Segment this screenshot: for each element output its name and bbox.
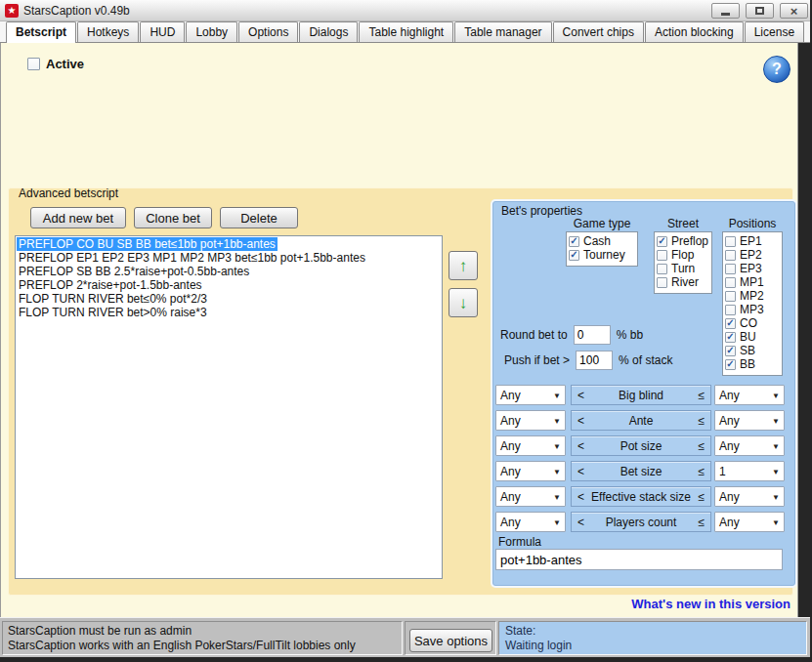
checkbox-co[interactable]: ✓CO — [725, 316, 780, 330]
ante-min-select[interactable]: Any▼ — [495, 410, 566, 431]
checkbox-river[interactable]: ✓River — [657, 275, 709, 289]
bet-list-item[interactable]: FLOP TURN RIVER bet>0% raise*3 — [17, 306, 442, 319]
checkbox-flop[interactable]: ✓Flop — [657, 248, 709, 262]
active-checkbox-box[interactable]: ✓ — [27, 58, 40, 70]
bet-list-item[interactable]: FLOP TURN RIVER bet≤0% pot*2/3 — [17, 292, 442, 306]
titlebar: ★ StarsCaption v0.49b × — [0, 0, 810, 21]
condition-row-effective-stack: Any▼ <Effective stack size≤ Any▼ — [495, 486, 794, 507]
tab-hotkeys[interactable]: Hotkeys — [77, 21, 139, 42]
bet-size-max-select[interactable]: 1▼ — [714, 461, 785, 481]
condition-row-ante: Any▼ <Ante≤ Any▼ — [495, 410, 794, 431]
players-count-condition-label: <Players count≤ — [571, 512, 711, 532]
down-arrow-icon: ↓ — [459, 295, 468, 311]
round-bet-input[interactable] — [574, 325, 611, 345]
round-bet-label: Round bet to — [500, 328, 568, 342]
active-checkbox[interactable]: ✓ Active — [27, 57, 84, 71]
tab-options[interactable]: Options — [238, 21, 298, 42]
checkbox-bb[interactable]: ✓BB — [725, 357, 780, 371]
checkbox-sb[interactable]: ✓SB — [725, 344, 780, 357]
pot-size-min-select[interactable]: Any▼ — [495, 435, 566, 456]
close-icon: × — [791, 5, 798, 18]
big-blind-max-select[interactable]: Any▼ — [714, 385, 785, 405]
checkbox-ep3[interactable]: ✓EP3 — [725, 262, 780, 275]
bet-size-condition-label: <Bet size≤ — [571, 461, 711, 481]
big-blind-condition-label: <Big blind≤ — [571, 385, 711, 405]
minimize-icon — [721, 13, 730, 16]
check-icon: ✓ — [570, 249, 577, 260]
up-arrow-icon: ↑ — [459, 258, 468, 274]
bet-list-item[interactable]: PREFLOP EP1 EP2 EP3 MP1 MP2 MP3 bet≤1bb … — [17, 251, 442, 265]
tab-action-blocking[interactable]: Action blocking — [645, 21, 744, 42]
tab-betscript[interactable]: Betscript — [6, 21, 76, 43]
pot-size-condition-label: <Pot size≤ — [571, 435, 711, 456]
checkbox-mp2[interactable]: ✓MP2 — [725, 289, 780, 303]
effective-stack-min-select[interactable]: Any▼ — [495, 486, 566, 507]
status-messages: StarsCaption must be run as admin StarsC… — [2, 621, 403, 655]
dropdown-arrow-icon: ▼ — [553, 518, 561, 527]
check-icon: ✓ — [726, 358, 734, 369]
screen: ★ StarsCaption v0.49b × Betscript Hotkey… — [0, 0, 812, 662]
tab-table-manager[interactable]: Table manager — [454, 21, 551, 42]
bet-properties-group: Bet's properties Game type Street Positi… — [492, 201, 795, 586]
checkbox-tourney[interactable]: ✓Tourney — [569, 248, 635, 262]
street-box: ✓Preflop ✓Flop ✓Turn ✓River — [654, 231, 712, 294]
dropdown-arrow-icon: ▼ — [772, 417, 780, 426]
condition-row-pot-size: Any▼ <Pot size≤ Any▼ — [495, 435, 794, 456]
dropdown-arrow-icon: ▼ — [553, 392, 561, 400]
help-icon[interactable]: ? — [763, 56, 791, 83]
add-new-bet-button[interactable]: Add new bet — [30, 207, 126, 228]
whats-new-link[interactable]: What's new in this version — [631, 597, 791, 611]
dropdown-arrow-icon: ▼ — [772, 518, 780, 527]
tab-dialogs[interactable]: Dialogs — [299, 21, 358, 42]
bet-list-item[interactable]: PREFLOP 2*raise+pot-1.5bb-antes — [17, 278, 442, 292]
advanced-betscript-label: Advanced betscript — [17, 186, 120, 200]
players-count-min-select[interactable]: Any▼ — [495, 512, 566, 532]
bet-list-item[interactable]: PREFLOP CO BU SB BB bet≤1bb pot+1bb-ante… — [17, 237, 442, 251]
checkbox-mp1[interactable]: ✓MP1 — [725, 275, 780, 289]
tab-table-highlight[interactable]: Table highlight — [359, 21, 453, 42]
effective-stack-condition-label: <Effective stack size≤ — [571, 486, 711, 507]
minimize-button[interactable] — [711, 3, 740, 19]
bet-list-item[interactable]: PREFLOP SB BB 2.5*raise+pot-0.5bb-antes — [17, 265, 442, 278]
dropdown-arrow-icon: ▼ — [772, 442, 780, 451]
delete-bet-button[interactable]: Delete — [220, 207, 298, 228]
tab-convert-chips[interactable]: Convert chips — [553, 21, 644, 42]
checkbox-cash[interactable]: ✓Cash — [569, 234, 635, 248]
push-if-suffix: % of stack — [619, 353, 672, 367]
tab-hud[interactable]: HUD — [140, 21, 185, 42]
round-bet-suffix: % bb — [617, 328, 643, 342]
condition-row-big-blind: Any▼ <Big blind≤ Any▼ — [495, 385, 794, 405]
move-down-button[interactable]: ↓ — [449, 288, 478, 317]
push-if-input[interactable] — [576, 351, 613, 370]
dropdown-arrow-icon: ▼ — [772, 392, 780, 400]
checkbox-ep2[interactable]: ✓EP2 — [725, 248, 780, 262]
move-up-button[interactable]: ↑ — [449, 251, 478, 280]
effective-stack-max-select[interactable]: Any▼ — [714, 486, 785, 507]
ante-max-select[interactable]: Any▼ — [714, 410, 785, 431]
close-button[interactable]: × — [780, 3, 808, 19]
tab-lobby[interactable]: Lobby — [186, 21, 237, 42]
pot-size-max-select[interactable]: Any▼ — [714, 435, 785, 456]
check-icon: ✓ — [726, 331, 734, 342]
street-header: Street — [654, 217, 712, 230]
maximize-button[interactable] — [746, 3, 774, 19]
status-line-1: StarsCaption must be run as admin — [8, 624, 397, 639]
checkbox-ep1[interactable]: ✓EP1 — [725, 234, 780, 248]
dropdown-arrow-icon: ▼ — [553, 417, 561, 426]
clone-bet-button[interactable]: Clone bet — [134, 207, 212, 228]
dropdown-arrow-icon: ▼ — [553, 442, 561, 451]
bets-listbox[interactable]: PREFLOP CO BU SB BB bet≤1bb pot+1bb-ante… — [15, 235, 443, 579]
status-line-2: StarsCaption works with an English Poker… — [8, 639, 397, 653]
checkbox-mp3[interactable]: ✓MP3 — [725, 303, 780, 316]
formula-input[interactable] — [495, 549, 783, 570]
checkbox-bu[interactable]: ✓BU — [725, 330, 780, 344]
dropdown-arrow-icon: ▼ — [553, 493, 561, 502]
big-blind-min-select[interactable]: Any▼ — [495, 385, 566, 405]
players-count-max-select[interactable]: Any▼ — [714, 512, 785, 532]
checkbox-preflop[interactable]: ✓Preflop — [657, 234, 709, 248]
checkbox-turn[interactable]: ✓Turn — [657, 262, 709, 275]
bet-size-min-select[interactable]: Any▼ — [495, 461, 566, 481]
tab-license[interactable]: License — [745, 21, 804, 42]
save-options-button[interactable]: Save options — [409, 629, 492, 652]
status-bar: StarsCaption must be run as admin StarsC… — [0, 617, 810, 657]
